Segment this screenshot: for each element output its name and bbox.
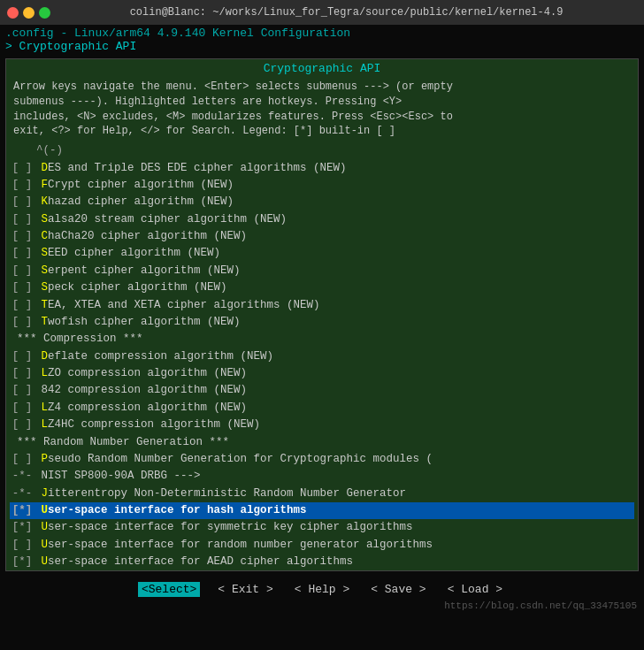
bottom-bar: <Select> < Exit > < Help > < Save > < Lo… [0, 575, 644, 600]
list-item[interactable]: [ ] 842 compression algorithm (NEW) [10, 382, 634, 399]
title-bar: colin@Blanc: ~/works/Linux_for_Tegra/sou… [0, 0, 644, 25]
list-item[interactable]: [ ] Salsa20 stream cipher algorithm (NEW… [10, 211, 634, 228]
window-controls[interactable] [7, 7, 50, 19]
breadcrumb-line1: .config - Linux/arm64 4.9.140 Kernel Con… [5, 27, 639, 40]
nav-up-line: ^(-) [10, 142, 634, 159]
list-item[interactable]: [ ] Serpent cipher algorithm (NEW) [10, 263, 634, 279]
exit-button[interactable]: < Exit > [214, 582, 276, 597]
list-item[interactable]: [ ] FCrypt cipher algorithm (NEW) [10, 177, 634, 194]
rng-header: *** Random Number Generation *** [10, 434, 634, 451]
select-button[interactable]: <Select> [138, 582, 200, 597]
list-item[interactable]: [ ] Khazad cipher algorithm (NEW) [10, 194, 634, 210]
close-button[interactable] [7, 7, 19, 19]
save-button[interactable]: < Save > [367, 582, 429, 597]
help-button[interactable]: < Help > [291, 582, 353, 597]
list-item[interactable]: -*- Jitterentropy Non-Deterministic Rand… [10, 486, 634, 502]
list-item[interactable]: [ ] LZO compression algorithm (NEW) [10, 365, 634, 382]
list-item[interactable]: [ ] Pseudo Random Number Generation for … [10, 451, 634, 468]
list-item[interactable]: [ ] Twofish cipher algorithm (NEW) [10, 314, 634, 331]
dialog-content: ^(-) [ ] DES and Triple DES EDE cipher a… [6, 141, 638, 571]
list-item[interactable]: -*- NIST SP800-90A DRBG ---> [10, 468, 634, 485]
list-item[interactable]: [ ] User-space interface for random numb… [10, 537, 634, 554]
minimize-button[interactable] [23, 7, 34, 19]
list-item[interactable]: [ ] TEA, XTEA and XETA cipher algorithms… [10, 297, 634, 314]
compression-header: *** Compression *** [10, 331, 634, 348]
list-item[interactable]: [ ] SEED cipher algorithm (NEW) [10, 245, 634, 262]
terminal: .config - Linux/arm64 4.9.140 Kernel Con… [0, 25, 644, 650]
dialog-title: Cryptographic API [6, 59, 638, 78]
list-item[interactable]: [ ] LZ4 compression algorithm (NEW) [10, 400, 634, 417]
list-item-highlighted[interactable]: [*] User-space interface for hash algori… [10, 502, 634, 519]
list-item[interactable]: [ ] Speck cipher algorithm (NEW) [10, 279, 634, 296]
list-item[interactable]: [ ] DES and Triple DES EDE cipher algori… [10, 160, 634, 177]
breadcrumb-bar: .config - Linux/arm64 4.9.140 Kernel Con… [0, 25, 644, 55]
load-button[interactable]: < Load > [444, 582, 506, 597]
list-item[interactable]: [ ] Deflate compression algorithm (NEW) [10, 348, 634, 365]
list-item[interactable]: [*] User-space interface for symmetric k… [10, 519, 634, 536]
dialog-help: Arrow keys navigate the menu. <Enter> se… [6, 78, 638, 141]
maximize-button[interactable] [39, 7, 50, 19]
watermark: https://blog.csdn.net/qq_33475105 [0, 600, 644, 613]
window-title: colin@Blanc: ~/works/Linux_for_Tegra/sou… [56, 6, 637, 19]
list-item[interactable]: [*] User-space interface for AEAD cipher… [10, 554, 634, 570]
dialog-box: Cryptographic API Arrow keys navigate th… [5, 58, 639, 571]
list-item[interactable]: [ ] ChaCha20 cipher algorithm (NEW) [10, 228, 634, 245]
breadcrumb-line2: > Cryptographic API [5, 40, 639, 53]
list-item[interactable]: [ ] LZ4HC compression algorithm (NEW) [10, 417, 634, 433]
